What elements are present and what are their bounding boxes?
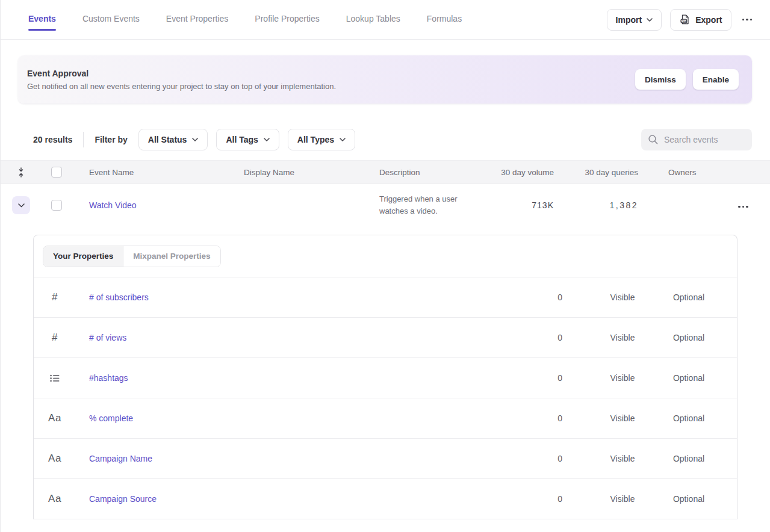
- export-button[interactable]: csv Export: [670, 9, 731, 31]
- property-count: 0: [496, 454, 562, 463]
- property-row: # # of subscribers 0 Visible Optional: [34, 277, 737, 318]
- property-name-link[interactable]: # of views: [76, 333, 126, 342]
- property-count: 0: [496, 373, 562, 383]
- import-button[interactable]: Import: [607, 9, 662, 31]
- chevron-down-icon: [18, 203, 25, 208]
- event-volume: 713K: [494, 200, 554, 210]
- property-visibility: Visible: [562, 454, 641, 463]
- property-name-link[interactable]: #hashtags: [76, 373, 128, 383]
- column-display-name: Display Name: [244, 168, 379, 177]
- hash-icon: #: [34, 291, 76, 303]
- event-approval-banner: Event Approval Get notified on all new e…: [18, 55, 752, 104]
- all-status-label: All Status: [148, 135, 187, 144]
- select-all-checkbox[interactable]: [51, 167, 62, 178]
- property-name-link[interactable]: # of subscribers: [76, 292, 149, 302]
- chevron-down-icon: [264, 138, 270, 141]
- column-description: Description: [379, 168, 494, 177]
- property-visibility: Visible: [562, 373, 641, 383]
- csv-file-icon: csv: [679, 14, 691, 25]
- dismiss-button[interactable]: Dismiss: [635, 69, 686, 90]
- row-expander-button[interactable]: [12, 196, 30, 214]
- filter-by-label: Filter by: [95, 135, 127, 144]
- property-count: 0: [496, 413, 562, 423]
- property-requirement: Optional: [641, 413, 737, 423]
- column-queries: 30 day queries: [554, 168, 638, 177]
- tab-event-properties[interactable]: Event Properties: [166, 10, 229, 29]
- tab-mixpanel-properties[interactable]: Mixpanel Properties: [123, 246, 220, 267]
- property-row: Aa Campaign Source 0 Visible Optional: [34, 479, 737, 519]
- tab-events[interactable]: Events: [28, 10, 56, 29]
- export-button-label: Export: [695, 15, 722, 25]
- window-edge: [0, 0, 1, 532]
- all-types-dropdown[interactable]: All Types: [288, 129, 355, 150]
- property-name-link[interactable]: Campaign Name: [76, 454, 152, 463]
- property-requirement: Optional: [641, 494, 737, 504]
- property-row: Aa Campaign Name 0 Visible Optional: [34, 439, 737, 479]
- filter-bar: 20 results Filter by All Status All Tags…: [33, 129, 752, 150]
- chevron-down-icon: [647, 18, 653, 22]
- properties-tab-group: Your Properties Mixpanel Properties: [43, 246, 221, 267]
- property-count: 0: [496, 333, 562, 342]
- property-row: # # of views 0 Visible Optional: [34, 318, 737, 358]
- row-more-menu-button[interactable]: [736, 202, 751, 212]
- enable-button[interactable]: Enable: [693, 69, 739, 90]
- row-checkbox[interactable]: [51, 200, 62, 211]
- collapse-rows-icon[interactable]: [0, 167, 42, 178]
- tab-lookup-tables[interactable]: Lookup Tables: [346, 10, 400, 29]
- column-owners: Owners: [638, 168, 722, 177]
- property-row: Aa % complete 0 Visible Optional: [34, 398, 737, 439]
- properties-panel: Your Properties Mixpanel Properties # # …: [33, 235, 737, 519]
- property-visibility: Visible: [562, 494, 641, 504]
- text-icon: Aa: [34, 453, 76, 465]
- divider: [83, 132, 84, 147]
- all-tags-dropdown[interactable]: All Tags: [216, 129, 279, 150]
- all-types-label: All Types: [297, 135, 334, 144]
- property-requirement: Optional: [641, 292, 737, 302]
- property-visibility: Visible: [562, 292, 641, 302]
- list-icon: [34, 374, 76, 382]
- event-row-watch-video: Watch Video Triggered when a user watche…: [0, 184, 770, 226]
- event-name-link[interactable]: Watch Video: [89, 200, 137, 210]
- svg-text:csv: csv: [682, 20, 686, 23]
- chevron-down-icon: [192, 138, 198, 141]
- results-count: 20 results: [33, 135, 72, 144]
- event-queries: 1,382: [554, 200, 638, 210]
- all-tags-label: All Tags: [226, 135, 258, 144]
- lexicon-tabs: Events Custom Events Event Properties Pr…: [28, 10, 607, 29]
- banner-title: Event Approval: [27, 69, 336, 78]
- import-button-label: Import: [616, 15, 642, 25]
- top-navigation: Events Custom Events Event Properties Pr…: [0, 0, 770, 40]
- all-status-dropdown[interactable]: All Status: [138, 129, 208, 150]
- property-requirement: Optional: [641, 373, 737, 383]
- property-requirement: Optional: [641, 333, 737, 342]
- tab-custom-events[interactable]: Custom Events: [82, 10, 140, 29]
- property-visibility: Visible: [562, 413, 641, 423]
- property-requirement: Optional: [641, 454, 737, 463]
- property-name-link[interactable]: % complete: [76, 413, 133, 423]
- search-icon: [648, 134, 659, 145]
- more-menu-button[interactable]: [740, 15, 755, 25]
- tab-your-properties[interactable]: Your Properties: [43, 246, 123, 267]
- text-icon: Aa: [34, 493, 76, 505]
- event-description: Triggered when a user watches a video.: [379, 193, 494, 217]
- tab-formulas[interactable]: Formulas: [427, 10, 462, 29]
- event-table-header: Event Name Display Name Description 30 d…: [0, 160, 770, 184]
- banner-subtitle: Get notified on all new events entering …: [27, 82, 336, 91]
- chevron-down-icon: [340, 138, 346, 141]
- property-count: 0: [496, 292, 562, 302]
- property-row: #hashtags 0 Visible Optional: [34, 358, 737, 398]
- tab-profile-properties[interactable]: Profile Properties: [255, 10, 319, 29]
- property-visibility: Visible: [562, 333, 641, 342]
- property-name-link[interactable]: Campaign Source: [76, 494, 157, 504]
- property-count: 0: [496, 494, 562, 504]
- column-event-name: Event Name: [71, 168, 244, 177]
- column-volume: 30 day volume: [494, 168, 554, 177]
- text-icon: Aa: [34, 412, 76, 424]
- hash-icon: #: [34, 332, 76, 344]
